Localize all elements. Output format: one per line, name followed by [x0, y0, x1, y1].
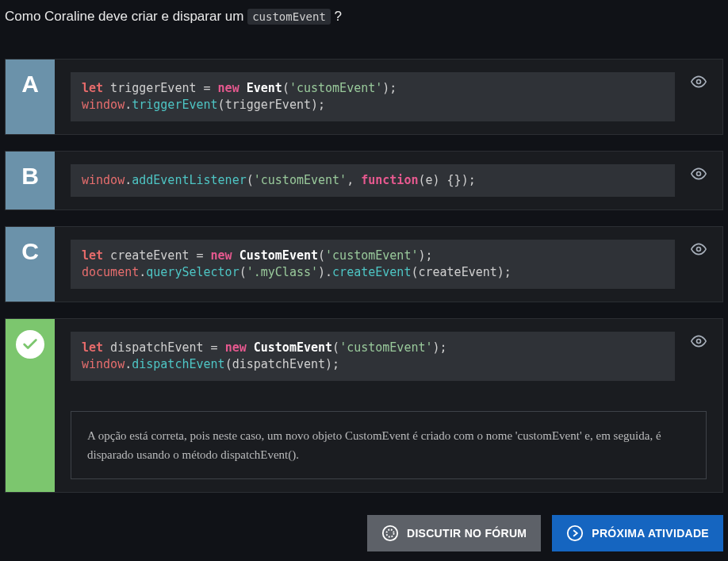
svg-point-5	[386, 529, 393, 536]
option-letter: A	[21, 71, 39, 98]
option-c[interactable]: C let createEvent = new CustomEvent('cus…	[5, 226, 723, 302]
question-inline-code: customEvent	[247, 9, 331, 25]
discuss-label: DISCUTIR NO FÓRUM	[407, 527, 527, 540]
option-badge-a: A	[6, 60, 55, 134]
option-a[interactable]: A let triggerEvent = new Event('customEv…	[5, 59, 723, 135]
footer-actions: DISCUTIR NO FÓRUM PRÓXIMA ATIVIDADE	[5, 515, 723, 551]
svg-point-2	[697, 247, 701, 251]
option-content: let dispatchEvent = new CustomEvent('cus…	[55, 319, 722, 492]
question-suffix: ?	[331, 9, 342, 24]
option-d-correct[interactable]: let dispatchEvent = new CustomEvent('cus…	[5, 318, 723, 493]
svg-point-1	[697, 171, 701, 175]
option-badge-b: B	[6, 152, 55, 209]
code-block: window.addEventListener('customEvent', f…	[71, 164, 675, 197]
option-content: let createEvent = new CustomEvent('custo…	[55, 227, 722, 302]
question-prefix: Como Coraline deve criar e disparar um	[5, 9, 247, 24]
code-block: let createEvent = new CustomEvent('custo…	[71, 240, 675, 289]
option-letter: B	[21, 163, 39, 190]
eye-icon[interactable]	[691, 333, 707, 352]
next-activity-button[interactable]: PRÓXIMA ATIVIDADE	[552, 515, 723, 551]
arrow-right-icon	[566, 524, 584, 542]
option-content: window.addEventListener('customEvent', f…	[55, 152, 722, 209]
explanation-box: A opção está correta, pois neste caso, u…	[71, 411, 707, 479]
code-block: let dispatchEvent = new CustomEvent('cus…	[71, 332, 675, 381]
eye-icon[interactable]	[691, 241, 707, 260]
svg-point-6	[568, 525, 582, 540]
check-icon	[16, 330, 44, 359]
svg-point-4	[383, 525, 397, 540]
code-block: let triggerEvent = new Event('customEven…	[71, 72, 675, 121]
eye-icon[interactable]	[691, 166, 707, 185]
svg-point-0	[697, 79, 701, 83]
option-badge-c: C	[6, 227, 55, 302]
option-letter: C	[21, 238, 39, 265]
svg-point-3	[697, 339, 701, 343]
option-b[interactable]: B window.addEventListener('customEvent',…	[5, 151, 723, 210]
question-text: Como Coraline deve criar e disparar um c…	[5, 6, 723, 27]
option-badge-correct	[6, 319, 55, 492]
chat-icon	[381, 524, 399, 542]
options-list: A let triggerEvent = new Event('customEv…	[5, 59, 723, 493]
discuss-forum-button[interactable]: DISCUTIR NO FÓRUM	[367, 515, 541, 551]
next-label: PRÓXIMA ATIVIDADE	[592, 527, 709, 540]
option-content: let triggerEvent = new Event('customEven…	[55, 60, 722, 134]
eye-icon[interactable]	[691, 74, 707, 93]
